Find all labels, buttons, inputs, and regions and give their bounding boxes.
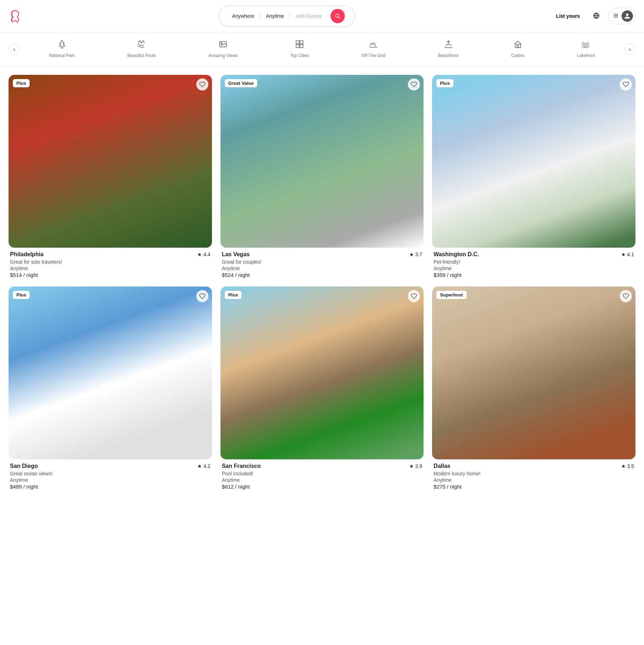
list-yours-button[interactable]: List yours [552, 10, 584, 22]
listing-card-washington-dc[interactable]: Plus Washington D.C. ★ 4.1 Pet-friendly!… [432, 75, 635, 278]
listing-image-container: Plus [9, 75, 212, 248]
svg-rect-11 [517, 45, 519, 48]
listing-title-row: Philadelphia ★ 4.4 [10, 251, 211, 258]
listing-image-container: Plus [432, 75, 635, 248]
dates-search[interactable]: Anytime [260, 13, 290, 19]
category-item-cabins[interactable]: Cabins [505, 37, 530, 62]
category-prev-button[interactable]: ‹ [9, 43, 20, 55]
listing-rating: ★ 3.5 [621, 463, 634, 469]
beachfront-icon [444, 40, 453, 51]
listing-rating: ★ 3.7 [409, 252, 422, 257]
listing-city: Las Vegas [222, 251, 250, 258]
category-label: Amazing Views [208, 53, 238, 58]
star-icon: ★ [621, 252, 626, 257]
listing-city: San Diego [10, 463, 38, 469]
listing-time: Anytime [433, 477, 634, 483]
listing-badge: Plus [13, 79, 30, 87]
listing-info: Washington D.C. ★ 4.1 Pet-friendly! Anyt… [432, 248, 635, 278]
listing-price: $612 / night [222, 484, 422, 490]
hamburger-icon [613, 13, 619, 20]
listing-description: Pool included! [222, 471, 422, 476]
header: Anywhere Anytime Add Guests List yours [0, 0, 644, 32]
listing-card-dallas[interactable]: Superhost Dallas ★ 3.5 Modern luxury hom… [432, 287, 635, 490]
category-item-beautiful-pools[interactable]: Beautiful Pools [121, 37, 161, 62]
category-label: Off-The-Grid [362, 53, 385, 58]
star-icon: ★ [197, 252, 202, 257]
listing-title-row: Las Vegas ★ 3.7 [222, 251, 422, 258]
listing-badge: Plus [225, 291, 242, 299]
listing-badge: Plus [13, 291, 30, 299]
wishlist-button[interactable] [196, 78, 208, 91]
wishlist-button[interactable] [620, 290, 632, 302]
listing-description: Modern luxury home! [433, 471, 634, 476]
category-label: Cabins [511, 53, 524, 58]
listing-time: Anytime [222, 477, 422, 483]
search-bar: Anywhere Anytime Add Guests [219, 6, 354, 26]
category-label: Lakefront [577, 53, 595, 58]
svg-rect-7 [300, 41, 303, 44]
amazing-views-icon [218, 40, 228, 51]
wishlist-button[interactable] [620, 78, 632, 91]
globe-button[interactable] [590, 9, 603, 23]
category-item-amazing-views[interactable]: Amazing Views [203, 37, 243, 62]
category-item-off-the-grid[interactable]: Off-The-Grid [356, 37, 391, 62]
category-items: National Park Beautiful Pools Amazing Vi… [20, 37, 624, 62]
listing-rating: ★ 3.9 [409, 463, 422, 469]
listing-image [432, 75, 635, 248]
listing-badge: Plus [436, 79, 453, 87]
listing-image [432, 287, 635, 459]
listing-price: $514 / night [10, 272, 211, 278]
listing-info: Las Vegas ★ 3.7 Great for couples! Anyti… [220, 248, 424, 278]
listing-title-row: San Diego ★ 4.2 [10, 463, 211, 469]
user-menu-button[interactable] [608, 8, 635, 24]
header-right: List yours [552, 8, 635, 24]
category-item-beachfront[interactable]: Beachfront [432, 37, 464, 62]
cabins-icon [513, 40, 523, 51]
search-button[interactable] [331, 9, 345, 23]
location-search[interactable]: Anywhere [227, 13, 260, 19]
listing-image-container: Plus [9, 287, 212, 459]
category-label: Beachfront [438, 53, 459, 58]
listing-time: Anytime [10, 477, 211, 483]
listing-description: Great ocean views! [10, 471, 211, 476]
category-nav: ‹ National Park Beautiful Pools Amazing … [0, 32, 644, 66]
listing-info: San Diego ★ 4.2 Great ocean views! Anyti… [9, 459, 212, 490]
listing-title-row: San Francisco ★ 3.9 [222, 463, 422, 469]
star-icon: ★ [409, 252, 414, 257]
avatar [622, 10, 633, 22]
listing-badge: Great Value [225, 79, 258, 87]
listing-city: San Francisco [222, 463, 261, 469]
listing-card-las-vegas[interactable]: Great Value Las Vegas ★ 3.7 Great for co… [220, 75, 424, 278]
wishlist-button[interactable] [196, 290, 208, 302]
logo[interactable] [9, 10, 21, 22]
category-label: Beautiful Pools [127, 53, 156, 58]
category-item-lakefront[interactable]: Lakefront [571, 37, 601, 62]
star-icon: ★ [409, 463, 414, 469]
svg-rect-10 [515, 44, 520, 48]
listing-card-san-francisco[interactable]: Plus San Francisco ★ 3.9 Pool included! … [220, 287, 424, 490]
listing-rating: ★ 4.1 [621, 252, 634, 257]
listing-image-container: Superhost [432, 287, 635, 459]
svg-rect-6 [296, 41, 299, 44]
listing-title-row: Washington D.C. ★ 4.1 [433, 251, 634, 258]
national-park-icon [57, 40, 67, 51]
listing-description: Great for solo travelers! [10, 259, 211, 265]
rating-value: 3.7 [415, 252, 422, 257]
rating-value: 4.2 [203, 463, 210, 469]
category-next-button[interactable]: › [624, 43, 635, 55]
listing-time: Anytime [433, 265, 634, 271]
category-item-national-park[interactable]: National Park [43, 37, 80, 62]
listing-price: $524 / night [222, 272, 422, 278]
listing-image [220, 75, 424, 248]
guests-search[interactable]: Add Guests [290, 13, 327, 19]
star-icon: ★ [621, 463, 626, 469]
category-item-top-cities[interactable]: Top Cities [285, 37, 315, 62]
listing-image-container: Great Value [220, 75, 424, 248]
listing-price: $275 / night [433, 484, 634, 490]
listing-card-philadelphia[interactable]: Plus Philadelphia ★ 4.4 Great for solo t… [9, 75, 212, 278]
listing-time: Anytime [222, 265, 422, 271]
listing-price: $359 / night [433, 272, 634, 278]
category-label: Top Cities [290, 53, 309, 58]
listing-image [9, 287, 212, 459]
listing-card-san-diego[interactable]: Plus San Diego ★ 4.2 Great ocean views! … [9, 287, 212, 490]
